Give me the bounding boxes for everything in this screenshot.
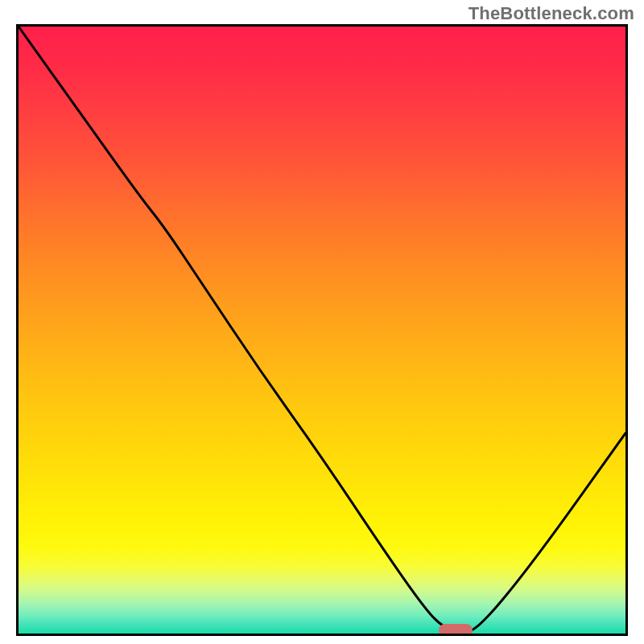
chart-container: TheBottleneck.com — [0, 0, 644, 644]
optimal-marker — [439, 624, 473, 636]
bottleneck-curve — [19, 27, 625, 634]
plot-frame — [16, 24, 628, 636]
watermark-text: TheBottleneck.com — [469, 3, 634, 24]
